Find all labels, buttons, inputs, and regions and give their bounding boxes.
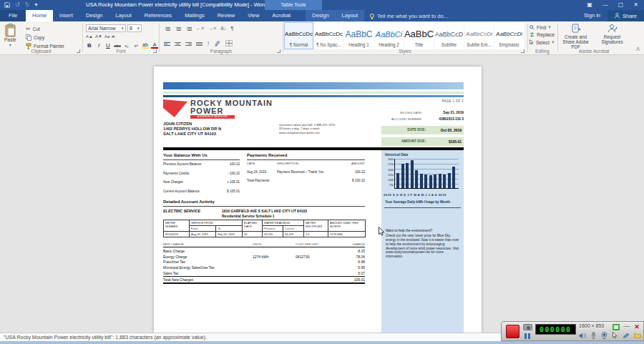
tab-references[interactable]: References <box>138 10 178 21</box>
usage-bar <box>429 175 432 188</box>
tab-table-design[interactable]: Design <box>306 10 335 21</box>
justify-icon[interactable] <box>196 41 203 46</box>
usage-bar <box>420 174 423 188</box>
mouse-cursor-icon <box>379 227 385 236</box>
pause-icon[interactable] <box>525 333 530 339</box>
shrink-font-icon[interactable]: A▼ <box>95 34 102 39</box>
usage-chart-yticks: 20001750150012501000750 <box>386 159 394 187</box>
usage-bar <box>415 170 418 188</box>
charges-table: NEW CHARGE UNITS COST PER UNIT CHARGE Ba… <box>163 242 365 284</box>
collapse-ribbon-icon[interactable]: ᐱ <box>636 46 640 52</box>
close-icon[interactable]: ✕ <box>633 0 638 10</box>
font-color-button[interactable]: A <box>151 42 158 49</box>
show-hide-pilcrow-icon[interactable]: ¶ <box>230 25 233 31</box>
subscript-button[interactable]: x₂ <box>123 44 130 48</box>
usage-chart-plot <box>394 159 459 189</box>
style-no-spacing[interactable]: AaBbCcDc ¶ No Spac... <box>314 22 343 49</box>
style-subtle-emphasis[interactable]: AaBbCcDi Subtle Em... <box>464 22 494 49</box>
decrease-indent-icon[interactable]: ←≡ <box>196 26 204 31</box>
tab-file[interactable]: File <box>0 10 26 21</box>
font-name-combo[interactable]: Arial Narrow ▾ <box>86 24 126 32</box>
recorder-close-icon[interactable]: ✕ <box>633 323 640 330</box>
styles-dialog-launcher[interactable] <box>521 49 525 53</box>
style-subtitle[interactable]: AaBbCcD Subtitle <box>434 22 464 49</box>
save-icon[interactable] <box>4 2 10 8</box>
copy-button[interactable]: Copy <box>26 34 64 41</box>
undo-icon[interactable]: ↺ <box>15 1 20 9</box>
align-center-icon[interactable] <box>175 41 181 46</box>
highlight-color-button[interactable]: ab <box>142 42 149 49</box>
tab-design[interactable]: Design <box>79 10 109 21</box>
recorder-minimize-icon[interactable]: — <box>623 324 630 330</box>
tab-review[interactable]: Review <box>211 10 242 21</box>
minimize-icon[interactable]: — <box>602 0 608 10</box>
qat-customize-icon[interactable]: ▾ <box>34 1 37 9</box>
sort-icon[interactable]: A↓ <box>220 26 226 31</box>
grow-font-icon[interactable]: A▲ <box>86 34 93 39</box>
amount-used-header: AMOUNT USED THIS MONTH <box>328 220 366 232</box>
paragraph-dialog-launcher[interactable] <box>277 49 280 53</box>
usage-bar <box>448 173 451 188</box>
bold-button[interactable]: B <box>86 42 93 49</box>
align-left-icon[interactable] <box>164 41 170 46</box>
usage-bar <box>439 174 441 188</box>
tab-mailings[interactable]: Mailings <box>178 10 211 21</box>
speaker-icon[interactable] <box>579 333 586 339</box>
find-button[interactable]: Find▾ <box>530 24 555 30</box>
style-emphasis[interactable]: AaBbCcDi Emphasis <box>494 22 524 49</box>
acrobat-group-label: Adobe Acrobat <box>558 49 630 54</box>
pencil-annotate-icon[interactable] <box>623 333 629 339</box>
cut-button[interactable]: ✂ Cut <box>26 26 64 32</box>
font-size-combo[interactable]: 8 ▾ <box>127 24 142 32</box>
clear-formatting-icon[interactable]: A <box>112 34 114 39</box>
tab-home[interactable]: Home <box>26 10 53 21</box>
redo-icon[interactable]: ↻ <box>25 1 30 9</box>
cursor-capture-icon[interactable] <box>613 332 618 339</box>
tab-table-layout[interactable]: Layout <box>336 10 365 21</box>
request-signatures-button[interactable]: Request Signatures <box>595 24 630 49</box>
select-button[interactable]: Select▾ <box>530 39 555 45</box>
style-title[interactable]: AaBbC Title <box>404 22 434 49</box>
italic-button[interactable]: I <box>95 42 102 49</box>
paste-dropdown-icon[interactable]: ▾ <box>9 42 11 47</box>
underline-button[interactable]: U <box>104 42 112 49</box>
document-page[interactable]: ROCKY MOUNTAIN POWER A DIVISION OF PACIF… <box>154 67 482 333</box>
tab-acrobat[interactable]: Acrobat <box>265 10 297 21</box>
replace-button[interactable]: Replace <box>530 32 555 37</box>
usage-chart-caption: Your Average Daily kWh Usage by Month <box>385 200 450 205</box>
style-normal[interactable]: AaBbCcDc ¶ Normal <box>284 22 313 49</box>
numbering-icon[interactable] <box>175 26 181 31</box>
tab-layout[interactable]: Layout <box>109 10 138 21</box>
superscript-button[interactable]: x² <box>132 44 140 48</box>
shading-icon[interactable] <box>214 40 221 46</box>
sign-in-button[interactable]: Sign in <box>577 10 608 21</box>
line-spacing-icon[interactable]: ↕ <box>207 40 210 46</box>
rocky-mountain-logo-icon <box>163 99 187 117</box>
folder-output-icon[interactable] <box>634 333 641 338</box>
tab-view[interactable]: View <box>241 10 265 21</box>
tell-me-box[interactable]: Tell me what you want to do... <box>364 10 454 21</box>
ribbon-display-options-icon[interactable]: ▣ <box>587 0 592 10</box>
strikethrough-button[interactable]: abc <box>114 44 121 48</box>
style-heading-2[interactable]: AaBbCi Heading 2 <box>374 22 404 49</box>
font-dialog-launcher[interactable] <box>153 49 157 53</box>
screenshot-camera-icon[interactable] <box>523 324 532 330</box>
restore-icon[interactable]: ▢ <box>618 0 624 10</box>
align-right-icon[interactable] <box>185 41 192 46</box>
share-button[interactable]: Share <box>608 10 644 21</box>
capture-region-icon[interactable] <box>613 324 620 330</box>
bullets-icon[interactable] <box>164 26 170 31</box>
borders-icon[interactable] <box>225 40 233 46</box>
multilevel-list-icon[interactable] <box>185 26 192 31</box>
paste-button[interactable]: Paste ▾ <box>4 24 16 47</box>
webcam-icon[interactable] <box>601 332 608 339</box>
increase-indent-icon[interactable]: →≡ <box>208 26 216 31</box>
microphone-icon[interactable] <box>591 332 596 339</box>
tab-insert[interactable]: Insert <box>53 10 79 21</box>
document-area[interactable]: ROCKY MOUNTAIN POWER A DIVISION OF PACIF… <box>0 55 644 333</box>
record-stop-button[interactable] <box>506 325 519 338</box>
clipboard-dialog-launcher[interactable] <box>77 49 80 53</box>
create-share-pdf-button[interactable]: Create and Share Adobe PDF <box>558 24 593 49</box>
change-case-icon[interactable]: Aa <box>104 34 109 39</box>
style-heading-1[interactable]: AaBbC Heading 1 <box>344 22 374 49</box>
